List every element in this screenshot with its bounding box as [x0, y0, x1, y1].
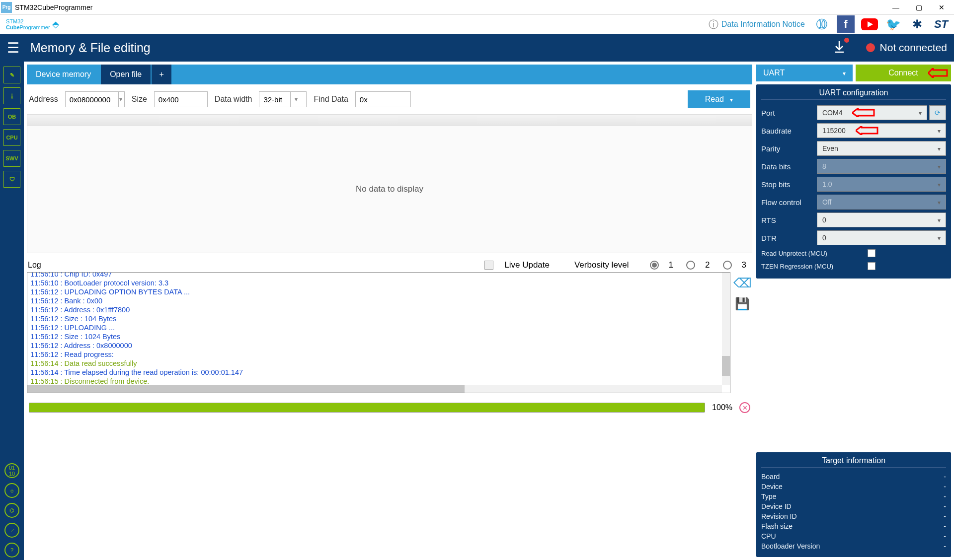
tab-open-file[interactable]: Open file	[101, 65, 151, 84]
data-notice-link[interactable]: ⓘ Data Information Notice	[709, 18, 805, 31]
log-line: 11:56:12 : Size : 1024 Bytes	[30, 332, 722, 341]
target-key: Flash size	[761, 521, 793, 531]
port-select[interactable]: COM4	[817, 105, 927, 120]
uart-config-panel: UART configuration Port COM4 ⟳ Baudrate …	[756, 84, 951, 279]
log-line: 11:56:12 : UPLOADING ...	[30, 323, 722, 332]
minimize-button[interactable]: —	[884, 0, 907, 14]
find-input[interactable]	[355, 91, 411, 107]
save-log-icon[interactable]: 💾	[734, 296, 750, 312]
live-update-label: Live Update	[504, 260, 550, 270]
progress-row: 100% ✕	[27, 402, 752, 413]
verbosity-label: Verbosity level	[574, 260, 629, 270]
rail-download-icon[interactable]: ⭳	[3, 87, 20, 104]
youtube-icon[interactable]	[861, 15, 878, 33]
rail-chip-icon[interactable]: ⌬	[4, 503, 19, 518]
baud-value: 115200	[822, 127, 846, 135]
port-value: COM4	[822, 109, 842, 117]
data-toolbar[interactable]	[27, 115, 752, 126]
refresh-ports-icon[interactable]: ⟳	[929, 105, 946, 120]
size-input[interactable]	[154, 91, 208, 107]
tab-add[interactable]: +	[152, 65, 171, 84]
connection-mode-select[interactable]: UART	[756, 65, 853, 81]
close-button[interactable]: ✕	[930, 0, 953, 14]
connect-button[interactable]: Connect	[856, 65, 951, 81]
verbosity-1-radio[interactable]	[650, 261, 659, 270]
twitter-icon[interactable]: 🐦	[884, 15, 902, 33]
annotation-arrow	[856, 126, 878, 135]
window-titlebar: Prg STM32CubeProgrammer — ▢ ✕	[0, 0, 954, 15]
facebook-icon[interactable]: f	[837, 15, 855, 33]
target-row: Flash size-	[761, 521, 946, 531]
rail-android-icon[interactable]: ⍟	[4, 483, 19, 498]
tzen-checkbox[interactable]	[868, 262, 875, 270]
no-data-message: No data to display	[27, 126, 752, 253]
rail-cpu-button[interactable]: CPU	[3, 129, 20, 146]
address-label: Address	[29, 95, 58, 104]
parity-select[interactable]: Even	[817, 141, 946, 156]
app-icon: Prg	[1, 2, 12, 13]
memory-controls: Address 0x08000000 Size Data width 32-bi…	[27, 84, 752, 114]
dtr-select[interactable]: 0	[817, 230, 946, 245]
menu-icon[interactable]: ☰	[7, 40, 19, 56]
target-key: Device	[761, 482, 783, 491]
log-line: 11:56:12 : Address : 0x1fff7800	[30, 305, 722, 314]
clear-log-icon[interactable]: ⌫	[734, 275, 750, 291]
rail-binary-icon[interactable]: 0110	[4, 463, 19, 478]
datawidth-select[interactable]: 32-bit	[259, 91, 307, 107]
dtr-value: 0	[822, 234, 826, 242]
log-line: 11:56:12 : Address : 0x8000000	[30, 341, 722, 350]
target-value: -	[944, 511, 946, 521]
scrollbar-vertical[interactable]	[722, 273, 730, 385]
cancel-icon[interactable]: ✕	[739, 402, 750, 413]
network-icon[interactable]: ✱	[908, 15, 926, 33]
progress-percent: 100%	[712, 403, 732, 412]
anniversary-icon: ➉	[813, 15, 831, 33]
rail-wipe-icon[interactable]: ⟋	[4, 523, 19, 538]
maximize-button[interactable]: ▢	[907, 0, 930, 14]
target-key: Board	[761, 472, 780, 482]
chevron-down-icon	[118, 92, 122, 107]
flow-select: Off	[817, 195, 946, 210]
address-input[interactable]: 0x08000000	[65, 91, 125, 107]
target-row: Device ID-	[761, 501, 946, 511]
rail-help-icon[interactable]: ?	[4, 543, 19, 558]
rail-ob-button[interactable]: OB	[3, 108, 20, 125]
log-output[interactable]: 11:56:10 : Chip ID: 0x49711:56:10 : Boot…	[27, 272, 730, 393]
dtr-label: DTR	[761, 234, 817, 242]
verbosity-3-radio[interactable]	[723, 261, 732, 270]
flow-label: Flow control	[761, 198, 817, 207]
target-key: CPU	[761, 531, 776, 541]
branding-row: STM32CubeProgrammer⬘ ⓘ Data Information …	[0, 15, 954, 34]
scrollbar-horizontal[interactable]	[27, 385, 722, 393]
tab-device-memory[interactable]: Device memory	[27, 65, 100, 84]
read-button[interactable]: Read	[688, 90, 750, 108]
log-header: Log Live Update Verbosity level 1 2 3	[27, 258, 752, 272]
databits-select: 8	[817, 159, 946, 174]
databits-label: Data bits	[761, 162, 817, 171]
annotation-arrow	[852, 108, 875, 117]
log-line: 11:56:14 : Time elapsed during the read …	[30, 368, 722, 377]
rail-edit-icon[interactable]: ✎	[3, 67, 20, 83]
tzen-row: TZEN Regression (MCU)	[761, 260, 946, 273]
chevron-down-icon	[938, 144, 941, 152]
verbosity-2-radio[interactable]	[686, 261, 695, 270]
target-row: Revision ID-	[761, 511, 946, 521]
target-value: -	[944, 491, 946, 501]
datawidth-value: 32-bit	[263, 95, 282, 104]
header-bar: ☰ Memory & File editing Not connected	[0, 34, 954, 62]
live-update-checkbox[interactable]	[484, 261, 493, 270]
target-key: Type	[761, 491, 776, 501]
target-info-title: Target information	[761, 456, 946, 468]
rts-select[interactable]: 0	[817, 212, 946, 227]
baud-select[interactable]: 115200	[817, 123, 946, 138]
target-key: Device ID	[761, 501, 792, 511]
find-label: Find Data	[314, 95, 348, 104]
parity-label: Parity	[761, 144, 817, 153]
read-unprotect-checkbox[interactable]	[868, 249, 875, 257]
rail-shield-icon[interactable]: 🛡	[3, 171, 20, 188]
connection-status-label: Not connected	[880, 42, 947, 54]
download-icon[interactable]	[832, 41, 846, 55]
rail-swv-button[interactable]: SWV	[3, 150, 20, 167]
chevron-down-icon	[938, 162, 941, 170]
right-panel: UART Connect UART configuration Port COM…	[755, 62, 954, 560]
